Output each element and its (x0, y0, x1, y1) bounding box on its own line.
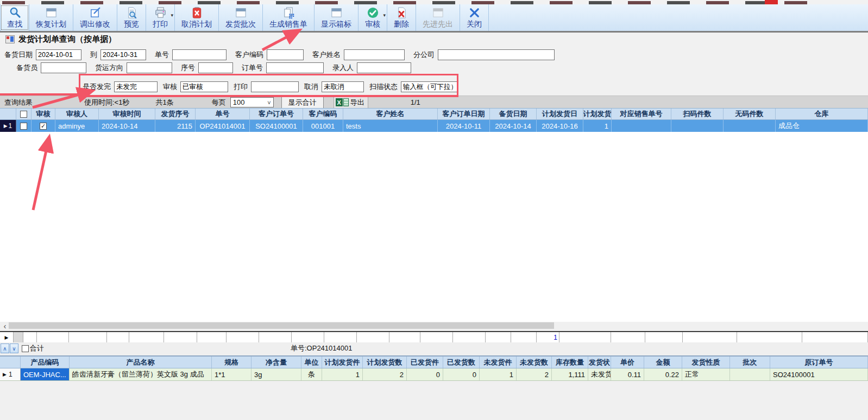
cell-audit-time[interactable]: 2024-10-14 (99, 120, 155, 132)
audit-status-input[interactable] (180, 81, 228, 92)
customer-name-input[interactable] (344, 49, 405, 60)
header-unshipped-pieces[interactable]: 未发货件 (480, 357, 517, 368)
header-product-code[interactable]: 产品编码 (21, 357, 70, 368)
header-spec[interactable]: 规格 (212, 357, 251, 368)
header-customer-order-no[interactable]: 客户订单号 (250, 109, 303, 119)
cell-sales-order-no[interactable] (612, 120, 671, 132)
toolbar-button-recall-modify[interactable]: 调出修改 (73, 4, 117, 31)
toolbar-button-audit[interactable]: 审核▾ (358, 4, 387, 31)
chevron-down-icon[interactable]: ▾ (383, 12, 386, 18)
header-uncoded-count[interactable]: 无码件数 (724, 109, 776, 119)
header-batch[interactable]: 批次 (730, 357, 770, 368)
header-plan-ship-qty[interactable]: 计划发货数 (363, 357, 407, 368)
header-product-name[interactable]: 产品名称 (70, 357, 212, 368)
header-ship-seq[interactable]: 发货序号 (155, 109, 196, 119)
header-shipped-pieces[interactable]: 已发货件 (407, 357, 443, 368)
cell-shipped-qty[interactable]: 0 (443, 368, 480, 380)
stock-date-to-input[interactable] (100, 49, 146, 60)
seq-no-input[interactable] (198, 62, 233, 73)
cell-row-marker[interactable]: ▶1 (0, 368, 21, 380)
cell-plan-ship[interactable]: 1 (583, 120, 612, 132)
header-unit-price[interactable]: 单价 (611, 357, 644, 368)
scan-status-input[interactable] (401, 81, 457, 92)
header-scanned-count[interactable]: 扫码件数 (671, 109, 724, 119)
row-select-checkbox[interactable] (20, 123, 27, 130)
select-all-checkbox[interactable] (20, 111, 27, 118)
toolbar-button-ship-batch[interactable]: 发货批次 (219, 4, 263, 31)
move-up-button[interactable]: ∧ (1, 343, 9, 353)
header-ship-status[interactable]: 发货状 (588, 357, 611, 368)
export-button[interactable]: X 导出 (334, 97, 368, 109)
ship-complete-status-input[interactable] (114, 81, 158, 92)
cell-scanned-count[interactable] (671, 120, 724, 132)
header-warehouse[interactable]: 仓库 (776, 109, 868, 119)
cell-warehouse[interactable]: 成品仓 (776, 120, 868, 132)
cell-unit[interactable]: 条 (301, 368, 322, 380)
cell-uncoded-count[interactable] (724, 120, 776, 132)
cell-row-marker[interactable]: ▶1 (0, 120, 16, 132)
cell-unit-price[interactable]: 0.11 (611, 368, 644, 380)
cell-customer-order-no[interactable]: SO24100001 (250, 120, 303, 132)
detail-grid-row[interactable]: ▶1OEM-JHAC...皓齿清新牙膏（留兰薄荷）英文版 3g 成品1*13g条… (0, 368, 868, 381)
header-amount[interactable]: 金额 (644, 357, 682, 368)
order-no-input[interactable] (172, 49, 227, 60)
header-unshipped-qty[interactable]: 未发货数 (517, 357, 552, 368)
header-row-marker[interactable] (0, 109, 16, 119)
toolbar-button-preview[interactable]: 预览 (117, 4, 146, 31)
branch-input[interactable] (438, 49, 555, 60)
scrollbar-thumb[interactable] (9, 322, 554, 329)
header-plan-ship-pieces[interactable]: 计划发货件 (322, 357, 363, 368)
header-net-content[interactable]: 净含量 (251, 357, 301, 368)
cell-original-order-no[interactable]: SO24100001 (770, 368, 868, 380)
entry-person-input[interactable] (357, 62, 411, 73)
customer-code-input[interactable] (267, 49, 304, 60)
header-select[interactable] (16, 109, 32, 119)
print-status-input[interactable] (251, 81, 299, 92)
sales-order-no-input[interactable] (266, 62, 324, 73)
cell-audit[interactable]: ✓ (32, 120, 55, 132)
header-order-no[interactable]: 单号 (196, 109, 250, 119)
toolbar-button-cancel-plan[interactable]: 取消计划 (175, 4, 219, 31)
cell-amount[interactable]: 0.22 (644, 368, 682, 380)
header-plan-ship[interactable]: 计划发货 (583, 109, 612, 119)
header-stock-date[interactable]: 备货日期 (490, 109, 537, 119)
cell-ship-seq[interactable]: 2115 (155, 120, 196, 132)
cell-plan-ship-qty[interactable]: 2 (363, 368, 407, 380)
cell-auditor[interactable]: adminye (55, 120, 99, 132)
scroll-left-arrow[interactable]: ‹ (1, 322, 9, 329)
horizontal-scrollbar[interactable]: ‹ (0, 322, 868, 330)
total-checkbox[interactable] (22, 345, 29, 352)
show-total-button[interactable]: 显示合计 (281, 96, 324, 109)
header-row-marker[interactable] (0, 357, 21, 368)
cell-product-name[interactable]: 皓齿清新牙膏（留兰薄荷）英文版 3g 成品 (70, 368, 212, 380)
toolbar-button-restore-plan[interactable]: 恢复计划 (29, 4, 73, 31)
audit-checkbox[interactable]: ✓ (40, 123, 47, 130)
move-down-button[interactable]: ∨ (10, 343, 18, 353)
cell-unshipped-pieces[interactable]: 1 (480, 368, 517, 380)
header-sales-order-no[interactable]: 对应销售单号 (612, 109, 671, 119)
header-ship-nature[interactable]: 发货性质 (682, 357, 730, 368)
cell-batch[interactable] (730, 368, 770, 380)
cell-net-content[interactable]: 3g (251, 368, 301, 380)
freight-direction-input[interactable] (127, 62, 172, 73)
toolbar-button-generate-sales-order[interactable]: 生成销售单 (263, 4, 315, 31)
cell-customer-name[interactable]: tests (343, 120, 438, 132)
toolbar-button-print[interactable]: 打印▾ (146, 4, 175, 31)
cell-spec[interactable]: 1*1 (212, 368, 251, 380)
header-auditor[interactable]: 审核人 (55, 109, 99, 119)
toolbar-button-delete[interactable]: 删除 (387, 4, 416, 31)
header-audit-time[interactable]: 审核时间 (99, 109, 155, 119)
header-original-order-no[interactable]: 原订单号 (770, 357, 868, 368)
toolbar-button-show-box-label[interactable]: 显示箱标 (315, 4, 358, 31)
cell-shipped-pieces[interactable]: 0 (407, 368, 443, 380)
header-audit[interactable]: 审核 (32, 109, 55, 119)
header-plan-ship-date[interactable]: 计划发货日 (537, 109, 583, 119)
cell-ship-nature[interactable]: 正常 (682, 368, 730, 380)
cell-customer-order-date[interactable]: 2024-10-11 (438, 120, 490, 132)
header-customer-code[interactable]: 客户编码 (303, 109, 343, 119)
cell-stock-date[interactable]: 2024-10-14 (490, 120, 537, 132)
main-grid-selected-row[interactable]: ▶1✓adminye2024-10-142115OP241014001SO241… (0, 120, 868, 132)
cell-unshipped-qty[interactable]: 2 (517, 368, 552, 380)
cell-select[interactable] (16, 120, 32, 132)
header-customer-name[interactable]: 客户姓名 (343, 109, 438, 119)
